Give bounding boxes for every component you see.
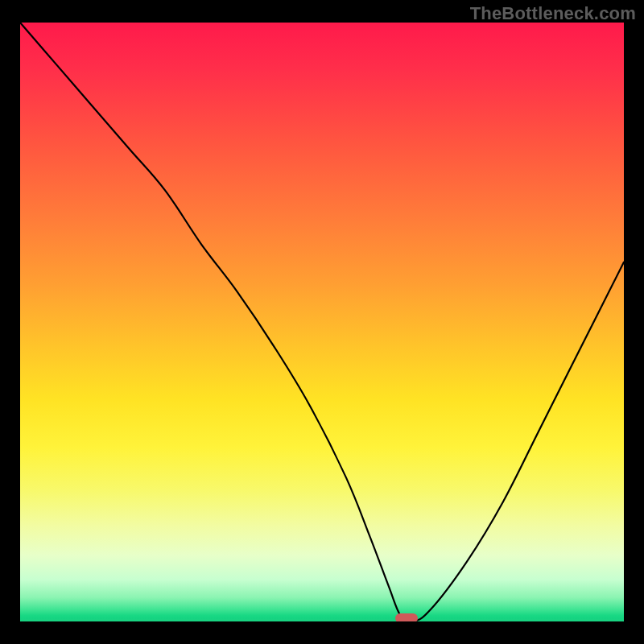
bottleneck-curve xyxy=(20,23,624,621)
optimal-marker xyxy=(395,613,418,621)
curve-path xyxy=(20,23,624,621)
chart-stage: TheBottleneck.com xyxy=(0,0,644,644)
watermark-text: TheBottleneck.com xyxy=(470,3,636,24)
plot-area xyxy=(20,23,624,621)
